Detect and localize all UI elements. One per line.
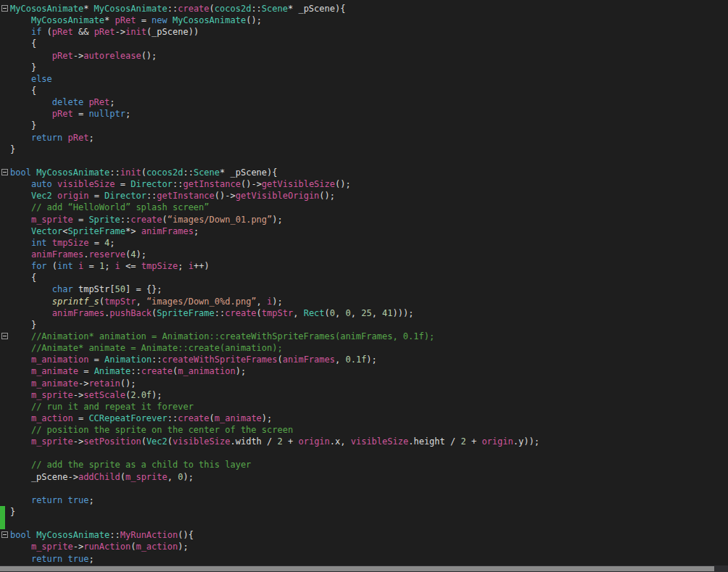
code-line[interactable]: bool MyCososAnimate::MyRunAction(){ (0, 529, 728, 541)
code-text[interactable]: char tmpStr[50] = {}; (10, 283, 728, 295)
code-token[interactable] (10, 343, 31, 353)
code-token[interactable]: = (78, 366, 94, 376)
code-text[interactable]: { (10, 38, 728, 49)
code-token[interactable]: ( (141, 436, 146, 447)
code-line[interactable]: pRet = nullptr; (0, 108, 728, 120)
code-token[interactable]: -> (73, 51, 83, 61)
code-token[interactable]: } (10, 507, 15, 517)
code-token[interactable]: cocos2d (215, 4, 252, 14)
code-token[interactable]: create (131, 215, 162, 225)
code-line[interactable]: Vec2 origin = Director::getInstance()->g… (0, 190, 728, 202)
code-token[interactable]: 0 (330, 308, 335, 318)
code-token[interactable]: //Animation* animation = Animation::crea… (31, 331, 434, 341)
code-token[interactable]: -> (78, 378, 88, 389)
code-line[interactable]: else (0, 73, 728, 85)
code-token[interactable] (10, 202, 31, 212)
code-token[interactable] (10, 191, 31, 201)
code-token[interactable] (10, 355, 31, 365)
code-token[interactable]: visibleSize (351, 436, 408, 447)
code-line[interactable]: m_action = CCRepeatForever::create(m_ani… (0, 413, 728, 424)
code-token[interactable]: if (31, 27, 41, 37)
code-text[interactable]: m_action = CCRepeatForever::create(m_ani… (10, 413, 728, 424)
code-token[interactable]: .height / (408, 436, 460, 447)
code-token[interactable]: return (31, 133, 62, 143)
code-token[interactable]: sprintf_s (52, 297, 99, 307)
code-line[interactable]: // add “HelloWorld” splash screen” (0, 202, 728, 213)
code-token[interactable] (10, 109, 52, 119)
code-token[interactable]: ( (167, 436, 173, 447)
code-text[interactable]: bool MyCososAnimate::MyRunAction(){ (10, 529, 728, 541)
code-token[interactable]: ); (178, 542, 188, 552)
code-text[interactable] (10, 447, 728, 459)
code-token[interactable]: ( (141, 167, 146, 178)
code-text[interactable]: m_sprite->setScale(2.0f); (10, 389, 728, 401)
code-text[interactable]: } (10, 319, 728, 331)
code-token[interactable]: tmpStr[ (73, 284, 115, 294)
code-token[interactable] (167, 15, 173, 25)
code-token[interactable]: ()-> (241, 179, 262, 189)
code-token[interactable]: create (141, 366, 173, 376)
code-line[interactable]: delete pRet; (0, 96, 728, 108)
code-token[interactable]: , (293, 308, 303, 318)
code-token[interactable]: ); (272, 297, 282, 307)
code-token[interactable]: ( (210, 413, 215, 423)
code-text[interactable]: { (10, 272, 728, 283)
code-text[interactable]: delete pRet; (10, 96, 728, 108)
code-line[interactable]: sprintf_s(tmpStr, “images/Down_0%d.png”,… (0, 296, 728, 307)
code-token[interactable] (10, 15, 31, 25)
code-text[interactable]: bool MyCososAnimate::init(cocos2d::Scene… (10, 167, 728, 178)
code-token[interactable]: (){ (178, 530, 194, 540)
code-token[interactable]: :: (215, 308, 225, 318)
code-token[interactable]: { (10, 273, 36, 283)
code-line[interactable]: // add the sprite as a child to this lay… (0, 459, 728, 471)
code-token[interactable]: ); (152, 390, 162, 400)
code-token[interactable]: bool (10, 167, 31, 178)
code-text[interactable]: //Animate* animate = Animate::create(ani… (10, 342, 728, 354)
code-token[interactable]: m_animation (178, 366, 235, 376)
code-token[interactable]: + (466, 436, 482, 447)
code-token[interactable]: :: (109, 530, 120, 540)
code-token[interactable]: :: (173, 179, 183, 189)
code-token[interactable] (10, 308, 52, 318)
code-token[interactable]: ; (88, 554, 94, 564)
code-token[interactable]: } (10, 320, 36, 330)
code-line[interactable]: } (0, 120, 728, 131)
code-line[interactable]: m_sprite->setScale(2.0f); (0, 389, 728, 401)
code-token[interactable]: origin (57, 191, 88, 201)
code-line[interactable]: // position the sprite on the center of … (0, 424, 728, 436)
code-token[interactable]: ( (210, 4, 215, 14)
code-token[interactable]: ( (120, 472, 125, 482)
code-token[interactable]: ()-> (215, 191, 236, 201)
code-token[interactable]: m_sprite (31, 215, 73, 225)
code-token[interactable]: ; (88, 133, 94, 143)
code-token[interactable]: :: (131, 366, 141, 376)
code-token[interactable]: runAction (83, 542, 131, 552)
code-text[interactable]: auto visibleSize = Director::getInstance… (10, 178, 728, 190)
code-text[interactable] (10, 518, 728, 529)
code-line[interactable]: { (0, 38, 728, 49)
code-token[interactable]: , (335, 308, 345, 318)
code-token[interactable] (52, 191, 57, 201)
code-line[interactable]: } (0, 319, 728, 331)
code-text[interactable]: m_animate = Animate::create(m_animation)… (10, 365, 728, 377)
code-text[interactable]: m_animation = Animation::createWithSprit… (10, 354, 728, 365)
code-token[interactable]: create (225, 308, 256, 318)
code-token[interactable]: ); (236, 366, 246, 376)
code-token[interactable]: pRet (68, 133, 89, 143)
code-token[interactable]: for (31, 261, 47, 271)
code-token[interactable]: origin (481, 436, 513, 447)
code-token[interactable]: m_animate (215, 413, 262, 423)
code-line[interactable]: auto visibleSize = Director::getInstance… (0, 178, 728, 190)
code-token[interactable] (10, 261, 31, 271)
code-token[interactable]: retain (88, 378, 120, 389)
code-token[interactable]: setScale (83, 390, 125, 400)
code-line[interactable]: pRet->autorelease(); (0, 50, 728, 62)
code-token[interactable]: , (167, 472, 178, 482)
code-line[interactable] (0, 447, 728, 459)
code-token[interactable]: :: (183, 167, 193, 178)
code-line[interactable]: m_animation = Animation::createWithSprit… (0, 354, 728, 365)
code-token[interactable]: addChild (78, 472, 120, 482)
code-text[interactable]: Vector<SpriteFrame*> animFrames; (10, 225, 728, 237)
code-token[interactable]: = (136, 15, 152, 25)
code-token[interactable] (10, 179, 31, 189)
